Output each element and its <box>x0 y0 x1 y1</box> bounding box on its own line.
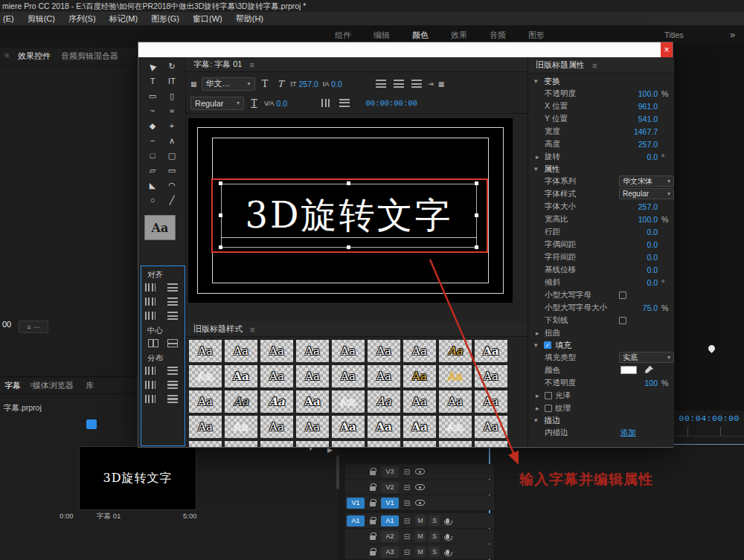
style-swatch[interactable]: Aa <box>189 441 222 447</box>
selection-handle[interactable] <box>475 245 478 249</box>
mute-button[interactable]: M <box>415 547 426 557</box>
property-value[interactable]: 0.0 <box>619 265 658 274</box>
wedge-tool[interactable]: ◣ <box>143 178 162 193</box>
eyedropper-icon[interactable] <box>644 365 654 375</box>
track-name-chip[interactable]: A1 <box>381 515 399 527</box>
style-swatch[interactable]: Aa <box>332 340 365 362</box>
distribute-vertical-center-icon[interactable] <box>166 380 179 389</box>
panel-menu-icon[interactable]: ≡ <box>249 60 254 69</box>
center-vertical-icon[interactable] <box>166 338 179 347</box>
property-value[interactable]: 0.0 <box>619 228 658 236</box>
area-type-tool[interactable]: ▭ <box>143 88 162 103</box>
panel-menu-icon[interactable]: ≡ <box>30 380 34 389</box>
panel-tab[interactable]: 效果控件 <box>18 51 51 62</box>
distribute-horizontal-center-icon[interactable] <box>144 380 157 389</box>
property-group-header[interactable]: ▾属性 <box>528 163 674 175</box>
vertical-path-type-tool[interactable]: ≈ <box>162 103 182 118</box>
sync-lock-icon[interactable]: ⊟ <box>403 532 411 541</box>
faux-italic-button[interactable]: T <box>275 77 286 91</box>
menu-item[interactable]: 帮助(H) <box>236 13 263 25</box>
window-titlebar[interactable]: miere Pro CC 2018 - E:\百度经验\如何在PR2018中做出… <box>0 0 744 12</box>
align-horizontal-center-icon[interactable] <box>144 297 157 306</box>
align-center-icon[interactable] <box>392 80 405 88</box>
sync-lock-icon[interactable]: ⊟ <box>403 483 411 492</box>
vertical-type-tool[interactable]: IT <box>162 74 182 88</box>
property-checkbox[interactable] <box>619 317 626 324</box>
sync-lock-icon[interactable]: ⊟ <box>403 548 411 556</box>
dialog-titlebar[interactable]: × <box>138 42 673 57</box>
style-swatch[interactable]: Aa <box>225 365 257 387</box>
item-name[interactable]: 字幕 01 <box>97 512 121 521</box>
align-vertical-center-icon[interactable] <box>166 297 179 306</box>
convert-anchor-point-tool[interactable]: ∧ <box>162 133 182 148</box>
rotation-tool[interactable]: ↻ <box>162 59 182 74</box>
menu-item[interactable]: 剪辑(C) <box>28 13 55 25</box>
fill-enabled-checkbox[interactable]: ✓ <box>544 341 551 349</box>
align-right-icon[interactable] <box>410 80 423 88</box>
property-checkbox[interactable] <box>545 405 552 412</box>
font-browser-icon[interactable]: ▦ <box>190 80 197 88</box>
property-value[interactable]: 75.0 <box>619 303 658 312</box>
property-group-header[interactable]: ▾变换 <box>528 75 674 87</box>
property-group-header[interactable]: ▾✓填充 <box>528 339 674 351</box>
title-canvas[interactable]: 3D旋转文字 <box>188 118 513 303</box>
tab-ruler-icon[interactable] <box>320 99 333 108</box>
track-output-toggle-icon[interactable] <box>415 469 425 474</box>
vertical-area-type-tool[interactable]: ▯ <box>162 88 182 103</box>
timeline-timecode[interactable]: 00:04:00:00 <box>679 413 740 423</box>
style-swatch[interactable]: Aa <box>225 416 257 438</box>
mute-button[interactable]: M <box>415 515 426 526</box>
style-swatch[interactable]: Aa <box>475 390 507 413</box>
underline-button[interactable]: T <box>248 97 260 110</box>
delete-anchor-point-tool[interactable]: − <box>143 133 162 148</box>
style-swatch[interactable]: Aa <box>296 390 329 413</box>
style-swatch[interactable]: Aa <box>403 441 436 447</box>
font-family-select[interactable]: 华文… ▾ <box>202 77 255 91</box>
disclosure-icon[interactable]: ▸ <box>536 153 542 161</box>
selection-handle[interactable] <box>219 213 222 217</box>
style-swatch[interactable]: Aa <box>225 441 257 447</box>
style-swatch[interactable]: Aa <box>296 441 329 447</box>
track-name-chip[interactable]: V1 <box>381 498 399 509</box>
selection-handle[interactable] <box>475 181 478 185</box>
sync-lock-icon[interactable]: ⊟ <box>403 499 411 507</box>
property-value[interactable]: 0.0 <box>619 253 658 262</box>
track-lock-icon[interactable] <box>370 535 376 540</box>
style-swatch[interactable]: Aa <box>189 390 222 413</box>
selection-handle[interactable] <box>219 181 222 185</box>
style-swatch[interactable]: Aa <box>439 390 472 413</box>
property-checkbox[interactable] <box>545 392 552 399</box>
solo-button[interactable]: S <box>429 547 440 557</box>
panel-tab[interactable]: 媒体浏览器 <box>33 380 74 391</box>
style-swatch[interactable]: Aa <box>439 416 472 438</box>
menu-item[interactable]: 标记(M) <box>109 13 138 25</box>
style-swatch[interactable]: Aa <box>260 340 293 362</box>
panel-menu-icon[interactable]: ≡ <box>592 61 597 70</box>
faux-bold-button[interactable]: T <box>260 77 271 91</box>
designer-timecode[interactable]: 00:00:00:00 <box>366 99 417 108</box>
style-swatch[interactable]: Aa <box>403 340 436 362</box>
current-style-swatch[interactable]: Aa <box>144 215 176 240</box>
style-swatch[interactable]: Aa <box>332 441 365 447</box>
menu-item[interactable]: 序列(S) <box>68 13 96 25</box>
collapsed-panel-tab[interactable]: ≡ ⋯ <box>19 321 48 333</box>
font-style-select[interactable]: Regular ▾ <box>190 97 244 110</box>
round-rectangle-tool[interactable]: ▭ <box>162 163 182 178</box>
leading-value[interactable]: 0.0 <box>331 80 350 88</box>
add-anchor-point-tool[interactable]: + <box>162 118 182 133</box>
style-swatch[interactable]: Aa <box>403 390 436 413</box>
style-swatch[interactable]: Aa <box>296 365 329 387</box>
property-value[interactable]: 0.0 <box>619 152 658 161</box>
style-swatch[interactable]: Aa <box>475 340 507 362</box>
property-dropdown[interactable]: 华文宋体▾ <box>619 176 674 187</box>
selection-handle[interactable] <box>475 213 478 217</box>
project-item-thumbnail[interactable]: 3D旋转文字 <box>79 446 196 510</box>
rounded-corner-rectangle-tool[interactable]: ▢ <box>162 148 182 163</box>
source-patch-chip[interactable]: A1 <box>347 515 365 527</box>
style-swatch[interactable]: Aa <box>260 390 293 413</box>
style-swatch[interactable]: Aa <box>189 365 222 387</box>
property-value[interactable]: 1467.7 <box>619 127 658 136</box>
style-swatch[interactable]: Aa <box>475 441 507 447</box>
align-vertical-bottom-icon[interactable] <box>166 311 179 320</box>
align-horizontal-right-icon[interactable] <box>144 311 157 320</box>
